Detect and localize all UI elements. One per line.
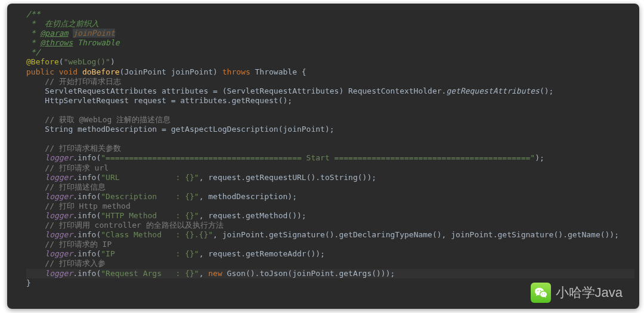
code-text: , request.getRequestURL().toString()); <box>199 173 376 182</box>
comment: // 打印描述信息 <box>45 182 105 191</box>
comment: // 打印 Http method <box>45 202 130 210</box>
code-text: .info( <box>73 269 101 278</box>
code-line: String methodDescription = getAspectLogD… <box>45 125 334 134</box>
string-literal: "HTTP Method : {}" <box>101 211 199 220</box>
code-text: (); <box>540 86 553 95</box>
javadoc-throws-type: Throwable <box>73 38 119 47</box>
javadoc-line: * @throws Throwable <box>26 38 120 47</box>
javadoc-tag-throws: @throws <box>40 38 73 47</box>
code-text: .info( <box>73 249 101 258</box>
code-text: ); <box>535 153 544 162</box>
kw-new: new <box>208 269 222 278</box>
kw-public: public <box>26 67 54 76</box>
javadoc-line: * @param joinPoint <box>26 29 115 38</box>
comment: // 打印请求的 IP <box>45 240 112 249</box>
javadoc-prefix: * <box>26 38 40 47</box>
code-block: /** * 在切点之前织入 * @param joinPoint * @thro… <box>7 4 639 294</box>
code-text: , <box>199 269 209 278</box>
method-params: (JoinPoint joinPoint) <box>120 67 222 76</box>
logger-ref: logger <box>45 211 73 220</box>
string-literal: "Class Method : {}.{}" <box>101 230 213 239</box>
throws-type: Throwable { <box>250 67 306 76</box>
kw-throws: throws <box>222 67 250 76</box>
close-brace: } <box>26 278 31 287</box>
annotation-arg: "webLog()" <box>64 57 110 66</box>
code-text: Gson().toJson(joinPoint.getArgs())); <box>222 269 395 278</box>
code-text: .info( <box>73 192 101 201</box>
logger-ref: logger <box>45 249 73 258</box>
javadoc-line: * 在切点之前织入 <box>26 19 99 28</box>
watermark-text: 小哈学Java <box>556 284 623 302</box>
code-text: , request.getMethod()); <box>199 211 306 220</box>
javadoc-tag-param: @param <box>40 29 68 38</box>
comment: // 打印请求相关参数 <box>45 144 120 153</box>
watermark: 小哈学Java <box>531 283 623 303</box>
code-text: , joinPoint.getSignature().getDeclaringT… <box>213 230 619 239</box>
javadoc-param-name: joinPoint <box>73 29 114 38</box>
logger-ref: logger <box>45 269 73 278</box>
comment: // 打印调用 controller 的全路径以及执行方法 <box>45 221 223 230</box>
code-text: ServletRequestAttributes attributes = (S… <box>45 86 446 95</box>
code-line: ServletRequestAttributes attributes = (S… <box>45 86 553 95</box>
comment: // 开始打印请求日志 <box>45 77 120 86</box>
annotation-before: @Before <box>26 57 59 66</box>
static-call: getRequestAttributes <box>446 86 540 95</box>
javadoc-line: /** <box>26 10 40 18</box>
highlighted-line: logger.info("Request Args : {}", new Gso… <box>26 269 634 278</box>
logger-ref: logger <box>45 192 73 201</box>
code-text: .info( <box>73 230 101 239</box>
code-editor-panel: /** * 在切点之前织入 * @param joinPoint * @thro… <box>7 4 639 309</box>
kw-void: void <box>59 67 78 76</box>
code-text: .info( <box>73 153 101 162</box>
string-literal: "Request Args : {}" <box>101 269 199 278</box>
comment: // 打印请求 url <box>45 163 109 172</box>
logger-ref: logger <box>45 173 73 182</box>
code-text: , request.getRemoteAddr()); <box>199 249 325 258</box>
wechat-icon <box>531 283 551 303</box>
string-literal: "=======================================… <box>101 153 535 162</box>
string-literal: "URL : {}" <box>101 173 199 182</box>
code-text: , methodDescription); <box>199 192 297 201</box>
javadoc-prefix: * <box>26 29 40 38</box>
string-literal: "IP : {}" <box>101 249 199 258</box>
method-name: doBefore <box>82 67 120 76</box>
comment: // 获取 @WebLog 注解的描述信息 <box>45 115 171 124</box>
code-text: .info( <box>73 211 101 220</box>
comment: // 打印请求入参 <box>45 259 105 268</box>
logger-ref: logger <box>45 230 73 239</box>
code-text: .info( <box>73 173 101 182</box>
code-line: HttpServletRequest request = attributes.… <box>45 96 292 105</box>
javadoc-line: */ <box>26 48 40 57</box>
string-literal: "Description : {}" <box>101 192 199 201</box>
logger-ref: logger <box>45 153 73 162</box>
